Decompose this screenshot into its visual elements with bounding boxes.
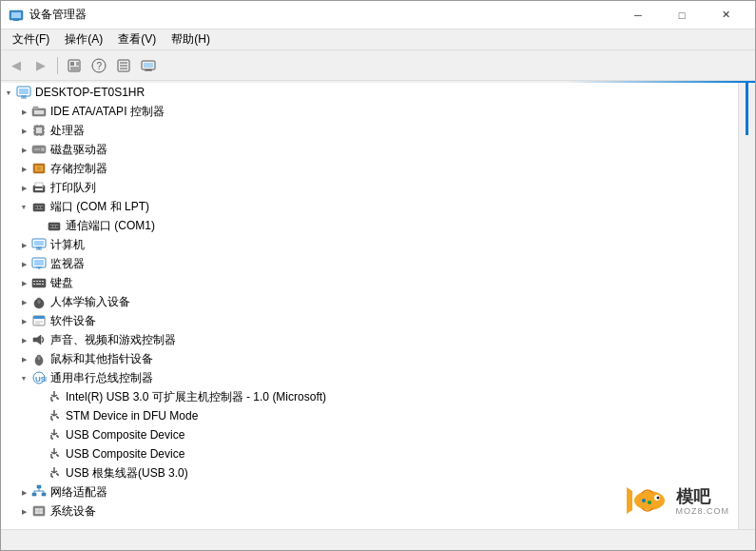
logo-area: 模吧 MOZ8.COM [623,483,730,521]
minimize-button[interactable]: ─ [616,1,660,30]
title-bar-title: 设备管理器 [29,7,616,23]
svg-point-52 [41,207,43,208]
tree-item-stm[interactable]: STM Device in DFU Mode [1,406,738,425]
svg-rect-71 [42,281,44,282]
tree-item-port[interactable]: 端口 (COM 和 LPT) [1,197,738,216]
keyboard-label: 键盘 [50,275,73,291]
tree-item-software[interactable]: 软件设备 [1,311,738,330]
tree-item-computer[interactable]: 计算机 [1,235,738,254]
tree-item-disk[interactable]: 磁盘驱动器 [1,140,738,159]
usb-composite-1-icon [47,427,62,443]
close-button[interactable]: ✕ [704,1,747,30]
tree-item-mouse[interactable]: 鼠标和其他指针设备 [1,349,738,368]
mouse-label: 鼠标和其他指针设备 [50,351,153,367]
toolbar-separator-1 [57,57,58,74]
tree-item-usb-composite-1[interactable]: USB Composite Device [1,425,738,444]
tree-item-cpu[interactable]: 处理器 [1,121,738,140]
menu-help[interactable]: 帮助(H) [164,30,218,49]
svg-rect-2 [13,20,19,21]
svg-rect-59 [34,241,44,246]
usb-label: 通用串行总线控制器 [50,370,153,386]
forward-button[interactable]: ▶ [29,54,52,77]
toolbar-btn-3[interactable] [112,54,135,77]
fish-logo [623,483,672,521]
computer-expander[interactable] [16,235,31,254]
tree-root[interactable]: DESKTOP-ET0S1HR [1,83,738,102]
properties-button[interactable] [63,54,86,77]
usb-composite-1-expander [31,425,47,444]
stm-icon [47,408,62,423]
tree-item-com1[interactable]: 通信端口 (COM1) [1,216,738,235]
port-expander[interactable] [16,197,31,216]
hid-label: 人体学输入设备 [50,294,130,310]
svg-rect-74 [42,284,44,285]
svg-rect-39 [34,148,40,150]
network-label: 网络适配器 [50,484,107,501]
tree-item-sound[interactable]: 声音、视频和游戏控制器 [1,330,738,349]
root-expander[interactable] [1,83,16,102]
mouse-expander[interactable] [16,349,31,368]
toolbar-btn-4[interactable] [137,54,160,77]
svg-rect-20 [19,89,29,94]
intel-usb-label: Intel(R) USB 3.0 可扩展主机控制器 - 1.0 (Microso… [66,389,326,405]
maximize-button[interactable]: □ [660,1,704,30]
tree-item-ide[interactable]: IDE ATA/ATAPI 控制器 [1,102,738,121]
system-expander[interactable] [16,502,31,521]
storage-expander[interactable] [16,159,31,178]
print-icon [31,180,47,195]
tree-item-monitor[interactable]: 监视器 [1,254,738,273]
software-expander[interactable] [16,311,31,330]
back-button[interactable]: ◀ [5,54,28,77]
cpu-icon [31,123,47,138]
tree-item-intel-usb[interactable]: Intel(R) USB 3.0 可扩展主机控制器 - 1.0 (Microso… [1,387,738,406]
mouse-icon [31,351,47,366]
svg-rect-1 [11,12,21,18]
keyboard-expander[interactable] [16,273,31,292]
port-icon [31,199,47,214]
usb-hub-icon [47,465,62,481]
tree-item-usb[interactable]: USB 通用串行总线控制器 [1,368,738,387]
sound-expander[interactable] [16,330,31,349]
tree-item-keyboard[interactable]: 键盘 [1,273,738,292]
right-panel [739,83,755,529]
svg-point-50 [35,207,37,208]
device-tree[interactable]: DESKTOP-ET0S1HR IDE ATA/ATAPI 控制器 [1,83,739,529]
network-expander[interactable] [16,482,31,502]
stm-expander [31,406,47,425]
ide-expander[interactable] [16,102,31,121]
tree-item-usb-composite-2[interactable]: USB Composite Device [1,444,738,463]
usb-composite-1-label: USB Composite Device [66,428,184,442]
svg-rect-4 [70,62,74,66]
menu-bar: 文件(F) 操作(A) 查看(V) 帮助(H) [1,30,755,50]
svg-rect-26 [34,110,44,114]
svg-rect-16 [144,63,153,68]
tree-item-usb-hub[interactable]: USB 根集线器(USB 3.0) [1,463,738,482]
storage-icon [31,161,47,176]
menu-view[interactable]: 查看(V) [110,30,164,49]
help-button[interactable]: ? [87,54,110,77]
svg-rect-91 [42,493,46,496]
menu-action[interactable]: 操作(A) [57,30,110,49]
stm-label: STM Device in DFU Mode [66,409,198,423]
print-expander[interactable] [16,178,31,197]
menu-file[interactable]: 文件(F) [5,30,57,49]
intel-usb-expander [31,387,47,406]
hid-expander[interactable] [16,292,31,311]
logo-main-text: 模吧 [676,488,730,507]
svg-rect-64 [34,260,44,266]
usb-hub-expander [31,463,47,482]
svg-rect-68 [33,281,35,282]
tree-item-print[interactable]: 打印队列 [1,178,738,197]
svg-point-104 [642,499,646,502]
svg-point-55 [50,226,52,227]
keyboard-icon [31,275,47,290]
monitor-expander[interactable] [16,254,31,273]
tree-item-hid[interactable]: 人体学输入设备 [1,292,738,311]
cpu-expander[interactable] [16,121,31,140]
svg-rect-28 [36,128,42,133]
disk-expander[interactable] [16,140,31,159]
usb-expander[interactable] [16,368,31,387]
tree-item-storage[interactable]: 存储控制器 [1,159,738,178]
svg-point-56 [53,226,55,227]
software-icon [31,313,47,328]
